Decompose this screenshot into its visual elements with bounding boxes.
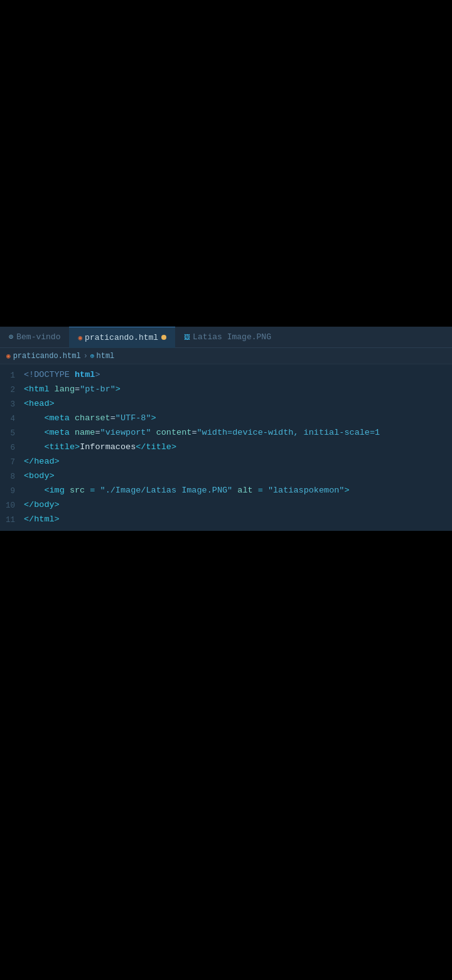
line-number: 9 (0, 484, 24, 498)
code-token: = (110, 413, 116, 423)
code-token: content (156, 428, 192, 437)
code-line: 6 <title>Informacoes</title> (0, 440, 452, 455)
image-file-icon: 🖼 (184, 334, 190, 341)
line-number: 4 (0, 411, 24, 426)
code-token: <head> (24, 399, 55, 408)
code-token: = (85, 486, 100, 495)
html-file-icon: ◉ (78, 334, 82, 342)
line-content[interactable]: <meta name="viewport" content="width=dev… (24, 426, 452, 440)
code-token (24, 413, 44, 423)
code-line: 8<body> (0, 469, 452, 484)
code-line: 3<head> (0, 397, 452, 411)
code-token: > (151, 413, 156, 423)
code-token: <meta (44, 428, 75, 437)
tab-label: praticando.html (85, 333, 158, 342)
code-token: <title> (44, 442, 80, 452)
code-token: <meta (44, 413, 75, 423)
line-content[interactable]: <title>Informacoes</title> (24, 440, 452, 454)
line-number: 10 (0, 498, 24, 513)
line-number: 6 (0, 440, 24, 455)
line-content[interactable]: <head> (24, 397, 452, 411)
line-content[interactable]: </body> (24, 498, 452, 512)
line-number: 11 (0, 513, 24, 527)
code-token: = (75, 384, 80, 394)
code-token: Informacoes (80, 442, 136, 452)
code-token: "latiaspokemon" (268, 486, 345, 495)
tab-label: Latias Image.PNG (193, 332, 271, 342)
code-token: alt (237, 486, 252, 495)
code-token: "pt-br" (80, 384, 116, 394)
line-number: 3 (0, 397, 24, 411)
line-content[interactable]: </html> (24, 513, 452, 526)
code-token: html (75, 370, 95, 379)
code-line: 1<!DOCTYPE html> (0, 368, 452, 383)
code-line: 10</body> (0, 498, 452, 513)
line-content[interactable]: <html lang="pt-br"> (24, 383, 452, 396)
code-token: > (95, 370, 100, 379)
breadcrumb: ◉ praticando.html › ⊕ html (0, 348, 452, 364)
code-token: = (95, 428, 100, 437)
code-token: </body> (24, 500, 60, 509)
code-token: </title> (136, 442, 176, 452)
code-token: "./Image/Latias Image.PNG" (100, 486, 233, 495)
breadcrumb-separator: › (83, 352, 88, 361)
tab-label: Bem-vindo (16, 332, 60, 342)
breadcrumb-filename[interactable]: praticando.html (13, 352, 81, 361)
unsaved-dot (161, 335, 166, 340)
code-token: > (116, 384, 121, 394)
line-content[interactable]: <meta charset="UTF-8"> (24, 411, 452, 425)
code-line: 9 <img src = "./Image/Latias Image.PNG" … (0, 484, 452, 498)
line-content[interactable]: </head> (24, 455, 452, 469)
line-content[interactable]: <img src = "./Image/Latias Image.PNG" al… (24, 484, 452, 498)
code-token: </head> (24, 457, 60, 466)
line-content[interactable]: <body> (24, 469, 452, 483)
code-token: </html> (24, 514, 60, 524)
tab-bem-vindo[interactable]: ⊙ Bem-vindo (0, 327, 69, 348)
tab-bar: ⊙ Bem-vindo ◉ praticando.html 🖼 Latias I… (0, 327, 452, 348)
code-token (24, 442, 44, 452)
bottom-black-area (0, 653, 452, 980)
line-number: 5 (0, 426, 24, 440)
code-token: <img (44, 486, 70, 495)
code-line: 11</html> (0, 513, 452, 527)
code-token: <!DOCTYPE (24, 370, 75, 379)
line-number: 1 (0, 368, 24, 383)
breadcrumb-html-tag: html (96, 352, 114, 361)
code-token: name (75, 428, 95, 437)
breadcrumb-file-icon: ◉ (6, 352, 11, 360)
code-line: 5 <meta name="viewport" content="width=d… (0, 426, 452, 440)
code-token: charset (75, 413, 110, 423)
code-token: <body> (24, 471, 55, 481)
code-line: 7</head> (0, 455, 452, 469)
line-number: 2 (0, 383, 24, 397)
code-token: src (70, 486, 85, 495)
code-token: "viewport" (100, 428, 151, 437)
breadcrumb-html-icon: ⊕ (90, 352, 95, 360)
code-token: "width=device-width, initial-scale=1 (196, 428, 380, 437)
code-token: = (253, 486, 268, 495)
line-number: 7 (0, 455, 24, 469)
code-token: <html (24, 384, 55, 394)
code-editor: 1<!DOCTYPE html>2<html lang="pt-br">3<he… (0, 364, 452, 531)
top-black-area (0, 0, 452, 327)
editor-wrapper: ⊙ Bem-vindo ◉ praticando.html 🖼 Latias I… (0, 327, 452, 653)
code-token: > (344, 486, 349, 495)
code-token (24, 428, 44, 437)
code-token (151, 428, 156, 437)
code-line: 2<html lang="pt-br"> (0, 383, 452, 397)
code-token: "UTF-8" (116, 413, 151, 423)
tab-praticando-html[interactable]: ◉ praticando.html (69, 327, 175, 348)
code-token: lang (55, 384, 75, 394)
line-content[interactable]: <!DOCTYPE html> (24, 368, 452, 382)
code-token (24, 486, 44, 495)
code-line: 4 <meta charset="UTF-8"> (0, 411, 452, 426)
line-number: 8 (0, 469, 24, 484)
browser-icon: ⊙ (9, 332, 13, 342)
tab-latias-image[interactable]: 🖼 Latias Image.PNG (175, 327, 280, 348)
